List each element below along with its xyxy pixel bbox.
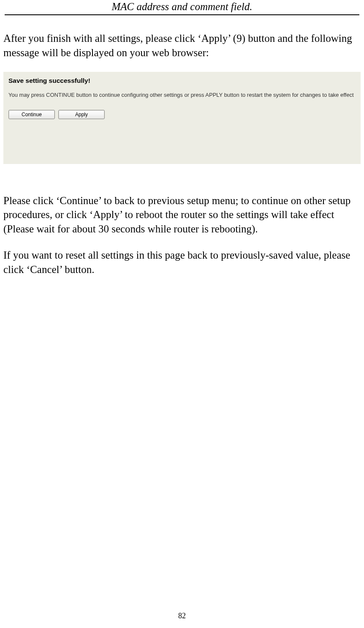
save-success-panel: Save setting successfully! You may press… [3,72,361,164]
continue-button[interactable]: Continue [8,110,55,119]
panel-button-row: Continue Apply [8,110,356,119]
panel-title: Save setting successfully! [8,77,356,85]
page-number: 82 [0,612,364,620]
header-caption: MAC address and comment field. [5,0,359,15]
intro-paragraph: After you finish with all settings, plea… [3,31,361,60]
cancel-paragraph: If you want to reset all settings in thi… [3,248,361,277]
apply-button[interactable]: Apply [58,110,105,119]
panel-description: You may press CONTINUE button to continu… [8,91,356,99]
continue-paragraph: Please click ‘Continue’ to back to previ… [3,194,361,236]
